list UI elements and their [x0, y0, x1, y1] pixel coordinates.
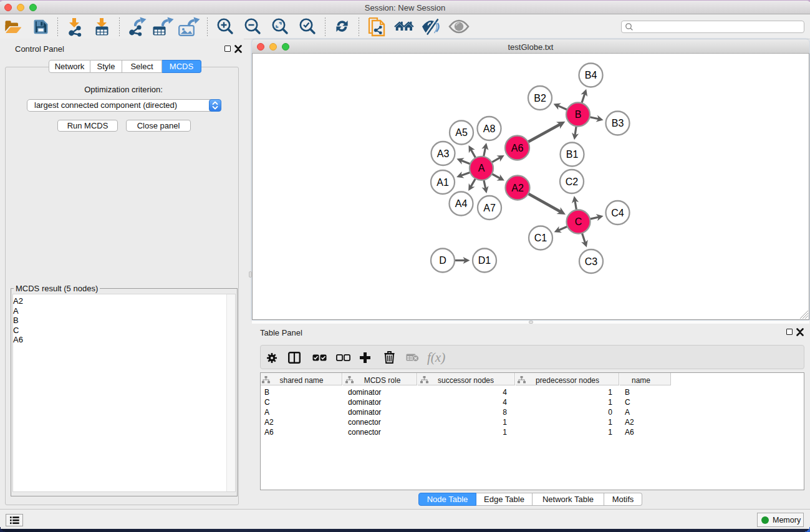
- svg-text:C3: C3: [585, 256, 598, 267]
- svg-text:B4: B4: [585, 70, 597, 80]
- svg-text:B1: B1: [566, 149, 579, 160]
- svg-text:C1: C1: [534, 233, 547, 243]
- svg-text:C4: C4: [611, 208, 624, 218]
- svg-text:C2: C2: [566, 177, 579, 187]
- svg-text:A1: A1: [436, 177, 449, 188]
- svg-text:B3: B3: [612, 118, 624, 128]
- svg-text:A7: A7: [483, 203, 496, 213]
- svg-text:B: B: [575, 109, 582, 120]
- svg-text:A8: A8: [483, 123, 496, 134]
- svg-text:D: D: [439, 255, 446, 266]
- svg-text:A2: A2: [511, 183, 524, 193]
- svg-text:D1: D1: [478, 255, 491, 266]
- svg-text:A5: A5: [455, 127, 468, 138]
- svg-text:C: C: [575, 216, 582, 227]
- svg-text:A: A: [478, 163, 485, 173]
- svg-text:A6: A6: [511, 143, 524, 153]
- svg-text:A4: A4: [455, 198, 468, 209]
- svg-text:A3: A3: [437, 148, 450, 159]
- svg-text:B2: B2: [534, 93, 546, 104]
